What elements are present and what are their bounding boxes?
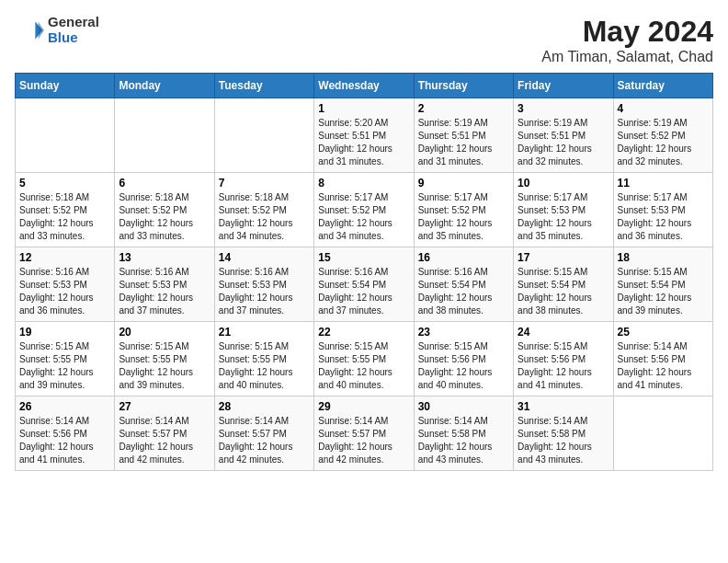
calendar-body: 1Sunrise: 5:20 AMSunset: 5:51 PMDaylight…: [16, 98, 713, 471]
day-cell: 21Sunrise: 5:15 AMSunset: 5:55 PMDayligh…: [214, 322, 313, 396]
day-info: Sunrise: 5:20 AMSunset: 5:51 PMDaylight:…: [318, 117, 409, 168]
day-cell: 22Sunrise: 5:15 AMSunset: 5:55 PMDayligh…: [314, 322, 414, 396]
header-cell-monday: Monday: [115, 74, 214, 98]
day-number: 26: [19, 400, 110, 413]
svg-marker-1: [39, 21, 44, 39]
day-number: 29: [318, 400, 409, 413]
calendar-subtitle: Am Timan, Salamat, Chad: [541, 49, 713, 65]
day-info: Sunrise: 5:14 AMSunset: 5:56 PMDaylight:…: [19, 415, 110, 466]
day-info: Sunrise: 5:16 AMSunset: 5:53 PMDaylight:…: [219, 266, 310, 317]
day-number: 15: [318, 251, 409, 264]
day-number: 10: [518, 177, 609, 190]
calendar-title: May 2024: [541, 15, 713, 49]
day-info: Sunrise: 5:19 AMSunset: 5:51 PMDaylight:…: [418, 117, 509, 168]
day-cell: 15Sunrise: 5:16 AMSunset: 5:54 PMDayligh…: [314, 247, 414, 322]
day-number: 9: [418, 177, 509, 190]
day-cell: 6Sunrise: 5:18 AMSunset: 5:52 PMDaylight…: [115, 173, 214, 247]
day-number: 24: [518, 326, 609, 339]
day-info: Sunrise: 5:14 AMSunset: 5:58 PMDaylight:…: [518, 415, 609, 466]
day-number: 7: [219, 177, 310, 190]
day-cell: 3Sunrise: 5:19 AMSunset: 5:51 PMDaylight…: [514, 98, 613, 173]
day-number: 12: [19, 251, 110, 264]
page-header: General Blue May 2024 Am Timan, Salamat,…: [15, 15, 713, 65]
day-info: Sunrise: 5:14 AMSunset: 5:57 PMDaylight:…: [318, 415, 409, 466]
day-cell: 2Sunrise: 5:19 AMSunset: 5:51 PMDaylight…: [414, 98, 513, 173]
calendar-header: SundayMondayTuesdayWednesdayThursdayFrid…: [16, 74, 713, 98]
header-cell-wednesday: Wednesday: [314, 74, 414, 98]
day-cell: 20Sunrise: 5:15 AMSunset: 5:55 PMDayligh…: [115, 322, 214, 396]
day-cell: 4Sunrise: 5:19 AMSunset: 5:52 PMDaylight…: [613, 98, 712, 173]
day-info: Sunrise: 5:17 AMSunset: 5:53 PMDaylight:…: [618, 191, 709, 243]
day-cell: 23Sunrise: 5:15 AMSunset: 5:56 PMDayligh…: [414, 322, 513, 396]
day-number: 23: [418, 326, 509, 339]
day-cell: [16, 98, 115, 173]
day-info: Sunrise: 5:14 AMSunset: 5:57 PMDaylight:…: [119, 415, 210, 466]
day-number: 28: [219, 400, 310, 413]
day-cell: 8Sunrise: 5:17 AMSunset: 5:52 PMDaylight…: [314, 173, 414, 247]
calendar-table: SundayMondayTuesdayWednesdayThursdayFrid…: [15, 73, 713, 471]
day-cell: 18Sunrise: 5:15 AMSunset: 5:54 PMDayligh…: [613, 247, 712, 322]
day-number: 13: [119, 251, 210, 264]
logo-general: General: [48, 15, 99, 30]
day-info: Sunrise: 5:17 AMSunset: 5:52 PMDaylight:…: [318, 191, 409, 243]
day-number: 27: [119, 400, 210, 413]
day-cell: 13Sunrise: 5:16 AMSunset: 5:53 PMDayligh…: [115, 247, 214, 322]
day-cell: 19Sunrise: 5:15 AMSunset: 5:55 PMDayligh…: [16, 322, 115, 396]
day-info: Sunrise: 5:15 AMSunset: 5:55 PMDaylight:…: [318, 340, 409, 392]
day-cell: [613, 396, 712, 471]
day-info: Sunrise: 5:15 AMSunset: 5:54 PMDaylight:…: [518, 266, 609, 317]
week-row-2: 5Sunrise: 5:18 AMSunset: 5:52 PMDaylight…: [16, 173, 713, 247]
day-cell: 7Sunrise: 5:18 AMSunset: 5:52 PMDaylight…: [214, 173, 313, 247]
day-info: Sunrise: 5:15 AMSunset: 5:55 PMDaylight:…: [119, 340, 210, 392]
day-number: 11: [618, 177, 709, 190]
day-number: 30: [418, 400, 509, 413]
day-cell: 29Sunrise: 5:14 AMSunset: 5:57 PMDayligh…: [314, 396, 414, 471]
day-number: 31: [518, 400, 609, 413]
week-row-5: 26Sunrise: 5:14 AMSunset: 5:56 PMDayligh…: [16, 396, 713, 471]
header-cell-sunday: Sunday: [16, 74, 115, 98]
header-cell-saturday: Saturday: [613, 74, 712, 98]
day-info: Sunrise: 5:18 AMSunset: 5:52 PMDaylight:…: [219, 191, 310, 243]
day-cell: 1Sunrise: 5:20 AMSunset: 5:51 PMDaylight…: [314, 98, 414, 173]
day-info: Sunrise: 5:14 AMSunset: 5:56 PMDaylight:…: [618, 340, 709, 392]
week-row-3: 12Sunrise: 5:16 AMSunset: 5:53 PMDayligh…: [16, 247, 713, 322]
day-number: 1: [318, 102, 409, 115]
day-info: Sunrise: 5:18 AMSunset: 5:52 PMDaylight:…: [19, 191, 110, 243]
day-info: Sunrise: 5:17 AMSunset: 5:52 PMDaylight:…: [418, 191, 509, 243]
day-info: Sunrise: 5:15 AMSunset: 5:55 PMDaylight:…: [19, 340, 110, 392]
day-cell: 28Sunrise: 5:14 AMSunset: 5:57 PMDayligh…: [214, 396, 313, 471]
day-info: Sunrise: 5:14 AMSunset: 5:58 PMDaylight:…: [418, 415, 509, 466]
logo-icon: [15, 16, 44, 45]
day-info: Sunrise: 5:18 AMSunset: 5:52 PMDaylight:…: [119, 191, 210, 243]
day-info: Sunrise: 5:19 AMSunset: 5:52 PMDaylight:…: [618, 117, 709, 168]
header-cell-tuesday: Tuesday: [214, 74, 313, 98]
day-cell: 26Sunrise: 5:14 AMSunset: 5:56 PMDayligh…: [16, 396, 115, 471]
day-number: 6: [119, 177, 210, 190]
day-cell: 25Sunrise: 5:14 AMSunset: 5:56 PMDayligh…: [613, 322, 712, 396]
day-number: 4: [618, 102, 709, 115]
day-info: Sunrise: 5:17 AMSunset: 5:53 PMDaylight:…: [518, 191, 609, 243]
day-info: Sunrise: 5:16 AMSunset: 5:53 PMDaylight:…: [119, 266, 210, 317]
day-number: 25: [618, 326, 709, 339]
day-number: 16: [418, 251, 509, 264]
day-cell: 5Sunrise: 5:18 AMSunset: 5:52 PMDaylight…: [16, 173, 115, 247]
day-info: Sunrise: 5:15 AMSunset: 5:55 PMDaylight:…: [219, 340, 310, 392]
day-info: Sunrise: 5:15 AMSunset: 5:54 PMDaylight:…: [618, 266, 709, 317]
week-row-4: 19Sunrise: 5:15 AMSunset: 5:55 PMDayligh…: [16, 322, 713, 396]
header-cell-thursday: Thursday: [414, 74, 513, 98]
logo-blue: Blue: [48, 30, 99, 46]
day-info: Sunrise: 5:19 AMSunset: 5:51 PMDaylight:…: [518, 117, 609, 168]
day-number: 5: [19, 177, 110, 190]
day-cell: 14Sunrise: 5:16 AMSunset: 5:53 PMDayligh…: [214, 247, 313, 322]
day-cell: 31Sunrise: 5:14 AMSunset: 5:58 PMDayligh…: [514, 396, 613, 471]
day-number: 14: [219, 251, 310, 264]
header-row: SundayMondayTuesdayWednesdayThursdayFrid…: [16, 74, 713, 98]
day-cell: 12Sunrise: 5:16 AMSunset: 5:53 PMDayligh…: [16, 247, 115, 322]
day-number: 20: [119, 326, 210, 339]
day-cell: 9Sunrise: 5:17 AMSunset: 5:52 PMDaylight…: [414, 173, 513, 247]
day-cell: 24Sunrise: 5:15 AMSunset: 5:56 PMDayligh…: [514, 322, 613, 396]
day-cell: 30Sunrise: 5:14 AMSunset: 5:58 PMDayligh…: [414, 396, 513, 471]
day-info: Sunrise: 5:15 AMSunset: 5:56 PMDaylight:…: [518, 340, 609, 392]
day-number: 22: [318, 326, 409, 339]
day-number: 21: [219, 326, 310, 339]
